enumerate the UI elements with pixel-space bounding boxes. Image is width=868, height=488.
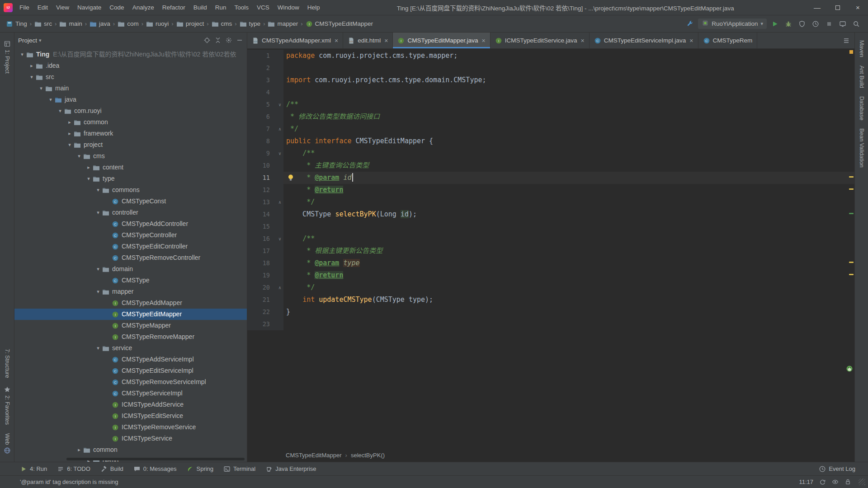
breadcrumb-item[interactable]: cms bbox=[210, 20, 234, 28]
stripe-mark[interactable] bbox=[849, 262, 854, 263]
run-button[interactable] bbox=[769, 19, 780, 29]
stripe-button-ant-build[interactable]: Ant Build bbox=[859, 61, 865, 92]
tree-item[interactable]: ▾main bbox=[14, 83, 247, 94]
breadcrumb-item[interactable]: Ting bbox=[5, 20, 28, 28]
code-line[interactable]: 6 * 修改公告类型数据访问接口 bbox=[247, 111, 854, 123]
tree-item[interactable]: CCMSTypeAddController bbox=[14, 218, 247, 230]
tree-collapsed-arrow-icon[interactable]: ▸ bbox=[66, 128, 74, 139]
tree-item[interactable]: ▾controller bbox=[14, 207, 247, 218]
tree-item[interactable]: CCMSTypeController bbox=[14, 230, 247, 241]
tree-item[interactable]: ICMSTypeAddMapper bbox=[14, 297, 247, 309]
fold-close-icon[interactable]: ∧ bbox=[278, 282, 281, 294]
toolwindow-button-terminal[interactable]: Terminal bbox=[223, 465, 255, 473]
menu-navigate[interactable]: Navigate bbox=[73, 0, 105, 15]
menu-refactor[interactable]: Refactor bbox=[158, 0, 189, 15]
tree-expanded-arrow-icon[interactable]: ▾ bbox=[75, 150, 83, 162]
menu-run[interactable]: Run bbox=[211, 0, 231, 15]
tree-item[interactable]: CCMSTypeRemoveServiceImpl bbox=[14, 376, 247, 388]
tab-close-icon[interactable]: × bbox=[689, 37, 693, 44]
hide-icon[interactable] bbox=[236, 37, 243, 44]
tree-item[interactable]: IICMSTypeService bbox=[14, 433, 247, 444]
code-line[interactable]: 12 * @return bbox=[247, 184, 854, 196]
stripe-button-web[interactable]: Web bbox=[4, 429, 11, 458]
stripe-button-maven[interactable]: Maven bbox=[859, 36, 865, 61]
fold-open-icon[interactable]: ∨ bbox=[278, 99, 281, 111]
error-stripe[interactable] bbox=[848, 49, 854, 448]
stripe-button-7-structure[interactable]: 7: Structure bbox=[4, 345, 10, 382]
project-horizontal-scrollbar[interactable] bbox=[66, 458, 245, 460]
tree-expanded-arrow-icon[interactable]: ▾ bbox=[94, 343, 102, 354]
menu-file[interactable]: File bbox=[15, 0, 33, 15]
menu-analyze[interactable]: Analyze bbox=[128, 0, 158, 15]
tree-collapsed-arrow-icon[interactable]: ▸ bbox=[66, 117, 74, 128]
tree-item[interactable]: ▾service bbox=[14, 343, 247, 354]
code-line[interactable]: 17 * 根据主键更新公告类型 bbox=[247, 245, 854, 257]
toolwindow-button-spring[interactable]: Spring bbox=[186, 465, 213, 473]
tree-item[interactable]: ▾mapper bbox=[14, 286, 247, 297]
menu-window[interactable]: Window bbox=[274, 0, 303, 15]
menu-view[interactable]: View bbox=[52, 0, 73, 15]
stripe-mark[interactable] bbox=[849, 274, 854, 275]
tree-expanded-arrow-icon[interactable]: ▾ bbox=[47, 94, 55, 105]
toolwindow-button-build[interactable]: Build bbox=[100, 465, 123, 473]
tree-expanded-arrow-icon[interactable]: ▾ bbox=[94, 207, 102, 218]
tree-item[interactable]: ICMSTypeRemoveMapper bbox=[14, 331, 247, 343]
maximize-button[interactable] bbox=[827, 0, 848, 15]
search-everywhere-button[interactable] bbox=[851, 19, 862, 29]
tab-close-icon[interactable]: × bbox=[384, 37, 388, 44]
code-line[interactable]: 23 bbox=[247, 318, 854, 330]
toolwindow-button-event-log[interactable]: Event Log bbox=[819, 465, 855, 473]
tree-item[interactable]: ▸framework bbox=[14, 128, 247, 139]
tree-item[interactable]: ▾domain bbox=[14, 263, 247, 275]
tree-expanded-arrow-icon[interactable]: ▾ bbox=[66, 139, 74, 150]
editor-breadcrumb-item[interactable]: selectByPK() bbox=[351, 452, 385, 459]
code-line[interactable]: 10 * 主键查询公告类型 bbox=[247, 160, 854, 172]
coverage-button[interactable] bbox=[797, 19, 807, 29]
code-line[interactable]: 5∨/** bbox=[247, 99, 854, 111]
tree-item[interactable]: ICMSTypeMapper bbox=[14, 320, 247, 331]
editor-tab[interactable]: </>edit.html× bbox=[343, 33, 393, 48]
code-line[interactable]: 21 int updateCMSType(CMSType type); bbox=[247, 294, 854, 306]
lock-icon[interactable] bbox=[844, 479, 851, 486]
tree-item[interactable]: ICMSTypeEditMapper bbox=[14, 309, 247, 320]
breadcrumb-item[interactable]: ruoyi bbox=[145, 20, 170, 28]
menu-tools[interactable]: Tools bbox=[231, 0, 253, 15]
wrench-icon[interactable] bbox=[684, 19, 695, 29]
code-line[interactable]: 13∧ */ bbox=[247, 196, 854, 208]
hidden-tabs-list-icon[interactable] bbox=[841, 33, 852, 49]
tree-item[interactable]: ▾type bbox=[14, 173, 247, 184]
caret-position[interactable]: 11:17 bbox=[799, 479, 813, 485]
settings-icon[interactable] bbox=[225, 37, 232, 44]
tree-expanded-arrow-icon[interactable]: ▾ bbox=[28, 71, 36, 83]
code-line[interactable]: 18 * @param type bbox=[247, 257, 854, 269]
stripe-button-bean-validation[interactable]: Bean Validation bbox=[859, 124, 865, 172]
tab-close-icon[interactable]: × bbox=[482, 37, 486, 44]
breadcrumb-item[interactable]: ICMSTypeEditMapper bbox=[304, 20, 374, 28]
menu-code[interactable]: Code bbox=[105, 0, 128, 15]
tree-item[interactable]: CCMSTypeServiceImpl bbox=[14, 388, 247, 399]
tree-collapsed-arrow-icon[interactable]: ▸ bbox=[28, 60, 36, 71]
tree-expanded-arrow-icon[interactable]: ▾ bbox=[37, 83, 45, 94]
code-line[interactable]: 11 * @param id bbox=[247, 172, 854, 184]
tool-windows-button[interactable] bbox=[837, 19, 848, 29]
code-line[interactable]: 20∧ */ bbox=[247, 282, 854, 294]
editor[interactable]: 1package com.ruoyi.project.cms.type.mapp… bbox=[247, 49, 854, 448]
stripe-mark[interactable] bbox=[849, 188, 854, 190]
fold-close-icon[interactable]: ∧ bbox=[278, 123, 281, 135]
code-line[interactable]: 8public interface CMSTypeEditMapper { bbox=[247, 135, 854, 147]
project-panel-title[interactable]: Project bbox=[18, 37, 37, 44]
stripe-button-1-project[interactable]: 1: Project bbox=[4, 36, 11, 78]
tab-close-icon[interactable]: × bbox=[581, 37, 585, 44]
tree-collapsed-arrow-icon[interactable]: ▸ bbox=[75, 444, 83, 455]
tree-item[interactable]: ▾java bbox=[14, 94, 247, 105]
resize-grip[interactable] bbox=[859, 479, 865, 485]
code-line[interactable]: 14 CMSType selectByPK(Long id); bbox=[247, 208, 854, 221]
run-config-selector[interactable]: RuoYiApplication ▾ bbox=[698, 19, 767, 29]
editor-breadcrumb-item[interactable]: CMSTypeEditMapper bbox=[286, 452, 342, 459]
tree-expanded-arrow-icon[interactable]: ▾ bbox=[94, 184, 102, 196]
toolwindow-button-0-messages[interactable]: 0: Messages bbox=[133, 465, 177, 473]
tree-item[interactable]: CCMSTypeConst bbox=[14, 196, 247, 207]
stop-button[interactable] bbox=[824, 19, 835, 29]
tree-expanded-arrow-icon[interactable]: ▾ bbox=[18, 49, 26, 60]
tree-expanded-arrow-icon[interactable]: ▾ bbox=[85, 173, 93, 184]
